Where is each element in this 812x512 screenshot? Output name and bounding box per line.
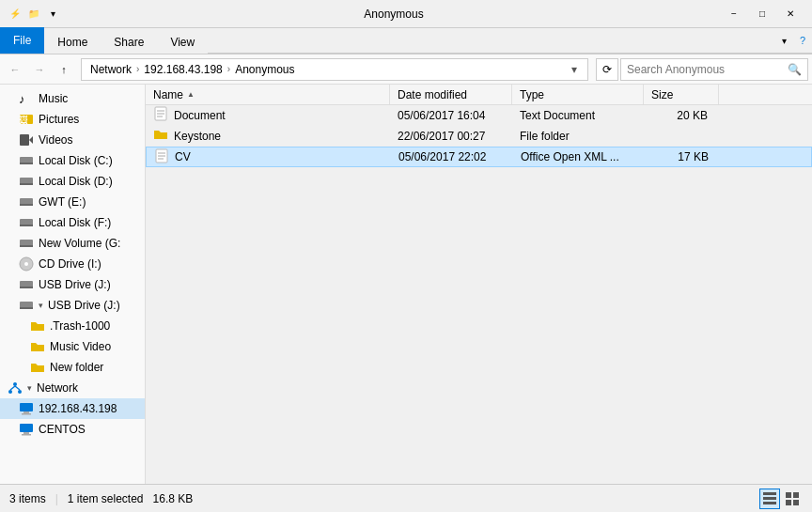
sidebar-item-pictures[interactable]: 🖼Pictures [0, 109, 145, 130]
folder-icon [30, 339, 45, 354]
sidebar-label-gwt-e: GWT (E:) [39, 195, 86, 209]
sidebar-label-local-d: Local Disk (D:) [39, 175, 113, 188]
up-button[interactable]: ↑ [53, 58, 75, 81]
col-size[interactable]: Size [644, 85, 719, 104]
sidebar-item-ip-address[interactable]: 192.168.43.198 [0, 398, 145, 419]
col-name[interactable]: Name ▲ [146, 85, 390, 104]
cd-icon [19, 256, 34, 272]
large-icons-view-button[interactable] [782, 489, 803, 509]
computer-icon [19, 401, 34, 416]
file-type-1: File folder [512, 130, 644, 143]
sidebar-item-newvol-g[interactable]: New Volume (G: [0, 233, 145, 254]
tab-home[interactable]: Home [44, 31, 101, 54]
folder-icon [30, 360, 45, 375]
status-bar: 3 items | 1 item selected 16.8 KB [0, 484, 812, 512]
svg-text:🖼: 🖼 [19, 115, 28, 125]
tab-share[interactable]: Share [101, 31, 157, 54]
sidebar-label-trash: .Trash-1000 [50, 319, 110, 333]
maximize-button[interactable]: □ [748, 0, 776, 28]
drive-open-icon [19, 298, 34, 313]
svg-rect-41 [763, 497, 776, 500]
sidebar-item-local-c[interactable]: Local Disk (C:) [0, 150, 145, 171]
svg-rect-42 [763, 502, 776, 504]
sidebar-item-music[interactable]: ♪Music [0, 88, 145, 109]
expand-arrow-icon: ▾ [39, 301, 43, 310]
sidebar-item-usb-j2-header[interactable]: ▾USB Drive (J:) [0, 295, 145, 316]
sidebar-item-usb-j1[interactable]: USB Drive (J:) [0, 274, 145, 295]
close-button[interactable]: ✕ [776, 0, 804, 28]
ribbon-tabs: File Home Share View ▾ ? [0, 28, 812, 54]
sidebar-label-network: Network [37, 381, 78, 395]
sidebar-item-music-video[interactable]: Music Video [0, 336, 145, 357]
sidebar-label-cd-i: CD Drive (I:) [39, 257, 102, 271]
main-layout: ♪Music🖼PicturesVideosLocal Disk (C:)Loca… [0, 85, 812, 484]
file-date-2: 05/06/2017 22:02 [391, 150, 513, 163]
svg-rect-40 [763, 492, 776, 495]
col-date[interactable]: Date modified [390, 85, 512, 104]
table-row[interactable]: Document05/06/2017 16:04Text Document20 … [146, 105, 812, 126]
window-controls: − □ ✕ [720, 0, 804, 28]
file-size-2: 17 KB [645, 150, 720, 163]
breadcrumb-ip[interactable]: 192.168.43.198 [141, 62, 225, 77]
sidebar-item-centos[interactable]: CENTOS [0, 419, 145, 440]
back-button[interactable]: ← [4, 58, 26, 81]
file-list-area: Name ▲ Date modified Type Size Document0… [146, 85, 812, 484]
file-name-0: Document [146, 106, 390, 124]
title-bar-icons: ⚡ 📁 ▾ [8, 7, 60, 22]
sidebar-item-videos[interactable]: Videos [0, 130, 145, 150]
window-title: Anonymous [68, 8, 720, 21]
file-date-0: 05/06/2017 16:04 [390, 109, 512, 122]
drive-icon [19, 174, 34, 189]
breadcrumb-sep-2: › [227, 64, 230, 74]
help-button[interactable]: ? [793, 28, 812, 54]
address-dropdown-icon[interactable]: ▾ [567, 59, 582, 80]
svg-rect-44 [793, 492, 799, 498]
sidebar-item-trash[interactable]: .Trash-1000 [0, 316, 145, 336]
refresh-button[interactable]: ⟳ [596, 58, 618, 81]
search-box: 🔍 [620, 58, 808, 81]
tab-file[interactable]: File [0, 27, 44, 54]
sidebar-label-centos: CENTOS [39, 423, 86, 436]
sidebar-label-pictures: Pictures [39, 113, 79, 126]
expand-arrow-icon: ▾ [27, 383, 32, 393]
col-type[interactable]: Type [512, 85, 644, 104]
sidebar-item-gwt-e[interactable]: GWT (E:) [0, 192, 145, 212]
sidebar-label-newvol-g: New Volume (G: [39, 237, 120, 250]
svg-point-23 [18, 390, 22, 394]
ribbon-collapse-button[interactable]: ▾ [774, 28, 793, 54]
sidebar-item-network[interactable]: ▾Network [0, 378, 145, 398]
dropdown-arrow-icon[interactable]: ▾ [45, 7, 60, 22]
music-icon: ♪ [19, 91, 34, 106]
file-date-1: 22/06/2017 00:27 [390, 130, 512, 143]
sidebar-item-local-f[interactable]: Local Disk (F:) [0, 212, 145, 233]
sidebar-label-music: Music [39, 92, 68, 105]
drive-icon [19, 277, 34, 292]
table-row[interactable]: CV05/06/2017 22:02Office Open XML ...17 … [146, 147, 812, 167]
file-type-0: Text Document [512, 109, 644, 122]
network-icon [8, 380, 23, 396]
breadcrumb-network[interactable]: Network [87, 62, 134, 77]
breadcrumb-anonymous[interactable]: Anonymous [232, 62, 297, 77]
svg-rect-45 [786, 500, 791, 505]
svg-rect-3 [20, 134, 29, 146]
file-type-2: Office Open XML ... [513, 150, 645, 163]
svg-rect-43 [786, 492, 791, 498]
details-view-button[interactable] [759, 489, 780, 509]
drive-icon [19, 153, 34, 168]
sidebar-label-new-folder: New folder [50, 361, 103, 374]
svg-rect-27 [23, 411, 29, 413]
svg-point-21 [13, 382, 17, 386]
minimize-button[interactable]: − [720, 0, 748, 28]
file-name-1: Keystone [146, 127, 390, 145]
search-input[interactable] [627, 63, 784, 76]
sidebar-item-new-folder[interactable]: New folder [0, 357, 145, 378]
sidebar-item-cd-i[interactable]: CD Drive (I:) [0, 254, 145, 274]
tab-view[interactable]: View [157, 31, 208, 54]
svg-rect-12 [20, 225, 33, 226]
sidebar-label-videos: Videos [39, 133, 72, 147]
drive-icon [19, 215, 34, 230]
sidebar-item-local-d[interactable]: Local Disk (D:) [0, 171, 145, 192]
forward-button[interactable]: → [28, 58, 51, 81]
svg-rect-26 [20, 403, 33, 411]
table-row[interactable]: Keystone22/06/2017 00:27File folder [146, 126, 812, 147]
